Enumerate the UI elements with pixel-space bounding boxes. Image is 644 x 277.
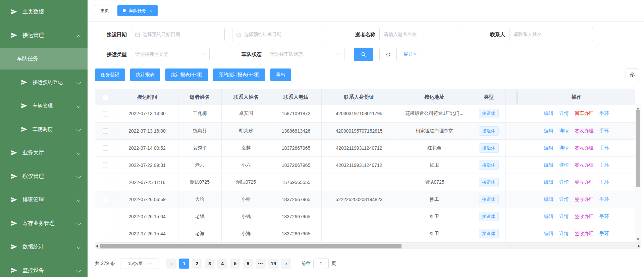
task-register-button[interactable]: 任务登记 xyxy=(95,68,125,81)
edit-link[interactable]: 编辑 xyxy=(544,196,553,202)
scroll-down-icon[interactable] xyxy=(637,238,639,240)
date-end-input[interactable]: 选择预约结束日期 xyxy=(232,28,326,41)
select-all-checkbox[interactable] xyxy=(103,95,108,100)
edit-link[interactable]: 编辑 xyxy=(544,110,553,116)
sign-off-link[interactable]: 签收办理 xyxy=(575,128,593,133)
scroll-left-icon[interactable] xyxy=(96,244,98,248)
page-button-6[interactable]: 6 xyxy=(243,259,253,269)
vertical-scrollbar-thumb[interactable] xyxy=(636,110,640,187)
sidebar-item-vehicle-dispatch[interactable]: 车辆调度 xyxy=(0,118,88,141)
row-checkbox[interactable] xyxy=(103,145,108,151)
sidebar-item-vehicle-mgmt[interactable]: 车辆管理 xyxy=(0,94,88,118)
search-button[interactable] xyxy=(354,48,373,61)
cell-time: 2022-07-22 09:31 xyxy=(116,156,178,174)
detail-link[interactable]: 详情 xyxy=(559,179,569,185)
refresh-button[interactable] xyxy=(379,48,397,61)
detail-link[interactable]: 详情 xyxy=(559,128,569,133)
sign-off-link[interactable]: 签收办理 xyxy=(575,145,593,150)
sign-off-link[interactable]: 签收办理 xyxy=(575,179,593,185)
sidebar-item-home-data[interactable]: 主页数据 xyxy=(0,0,88,24)
sidebar-item-storage-mgmt[interactable]: 寄存业务管理 xyxy=(0,212,88,235)
detail-link[interactable]: 详情 xyxy=(559,162,569,168)
horizontal-scrollbar-thumb[interactable] xyxy=(100,244,401,248)
wristband-link[interactable]: 手环 xyxy=(599,214,609,219)
page-size-select[interactable]: 15条/页 xyxy=(120,259,159,269)
wristband-link[interactable]: 手环 xyxy=(599,145,609,150)
edit-link[interactable]: 编辑 xyxy=(544,214,553,219)
booking-stats-report-shiyan-button[interactable]: 预约统计报表(十堰) xyxy=(213,68,265,81)
sidebar-item-business-hall[interactable]: 业务大厅 xyxy=(0,141,88,165)
vertical-scrollbar[interactable] xyxy=(635,105,641,242)
next-page-button[interactable]: › xyxy=(281,259,291,269)
detail-link[interactable]: 详情 xyxy=(559,196,569,202)
sidebar-item-shift-mgmt[interactable]: 排班管理 xyxy=(0,188,88,212)
edit-link[interactable]: 编辑 xyxy=(544,145,553,150)
sign-off-link[interactable]: 签收办理 xyxy=(575,196,593,202)
sign-off-link[interactable]: 签收办理 xyxy=(575,162,593,168)
row-checkbox[interactable] xyxy=(103,197,108,202)
sidebar-item-transport-mgmt[interactable]: 接运管理 xyxy=(0,24,88,47)
prev-page-button[interactable]: ‹ xyxy=(166,259,176,269)
edit-link[interactable]: 编辑 xyxy=(544,128,553,133)
page-button-5[interactable]: 5 xyxy=(230,259,240,269)
cell-address: 红花会 xyxy=(397,139,472,156)
detail-link[interactable]: 详情 xyxy=(559,110,569,116)
row-checkbox[interactable] xyxy=(103,128,108,134)
row-checkbox[interactable] xyxy=(103,163,108,168)
deceased-name-input[interactable]: 请输入逝者名称 xyxy=(379,28,459,41)
detail-link[interactable]: 详情 xyxy=(559,145,569,150)
transport-type-select[interactable]: 请选择接运类型 xyxy=(131,48,210,61)
tab-fleet-tasks[interactable]: 车队任务 × xyxy=(117,5,158,16)
close-icon[interactable]: × xyxy=(150,8,152,13)
sidebar-item-data-statistics[interactable]: 数据统计 xyxy=(0,235,88,259)
row-checkbox[interactable] xyxy=(103,111,108,117)
sidebar-item-funeral-mgmt[interactable]: 殡仪管理 xyxy=(0,165,88,188)
sidebar-item-label: 车辆调度 xyxy=(33,126,53,133)
settings-button[interactable] xyxy=(626,68,639,81)
stats-report-button[interactable]: 统计报表 xyxy=(130,68,160,81)
edit-link[interactable]: 编辑 xyxy=(544,162,553,168)
wristband-link[interactable]: 手环 xyxy=(599,110,609,116)
page-button-2[interactable]: 2 xyxy=(192,259,202,269)
expand-label: 展开 xyxy=(404,51,413,57)
tab-home[interactable]: 主页 xyxy=(95,5,114,16)
sign-off-link[interactable]: 签收办理 xyxy=(575,231,593,236)
goto-page-input[interactable] xyxy=(313,259,329,269)
page-button-19[interactable]: 19 xyxy=(268,259,278,269)
stats-report-shiyan-button[interactable]: 统计报表(十堰) xyxy=(165,68,208,81)
col-header-deceased: 逝者姓名 xyxy=(178,89,221,105)
scroll-right-icon[interactable] xyxy=(638,244,640,248)
edit-link[interactable]: 编辑 xyxy=(544,231,553,236)
wristband-link[interactable]: 手环 xyxy=(599,162,609,168)
chevron-down-icon xyxy=(77,129,80,132)
export-button[interactable]: 导出 xyxy=(270,68,291,81)
detail-link[interactable]: 详情 xyxy=(559,214,569,219)
detail-link[interactable]: 详情 xyxy=(559,231,569,236)
edit-link[interactable]: 编辑 xyxy=(544,179,553,185)
fleet-status-select[interactable]: 请选择车队状态 xyxy=(266,48,344,61)
more-pages-button[interactable]: ••• xyxy=(256,259,266,269)
wristband-link[interactable]: 手环 xyxy=(599,179,609,185)
scroll-up-icon[interactable] xyxy=(637,107,639,109)
expand-link[interactable]: 展开 xyxy=(404,51,418,57)
deceased-name-label: 逝者名称 xyxy=(343,32,375,38)
date-start-input[interactable]: 选择预约开始日期 xyxy=(131,28,225,41)
cell-time: 2022-07-26 06:59 xyxy=(116,191,178,208)
sidebar-item-transport-booking[interactable]: 接运预约登记 xyxy=(0,71,88,94)
contact-name-input[interactable]: 请联系人姓名 xyxy=(509,28,593,41)
page-button-3[interactable]: 3 xyxy=(205,259,215,269)
sign-off-link[interactable]: 签收办理 xyxy=(575,214,593,219)
wristband-link[interactable]: 手环 xyxy=(599,196,609,202)
row-checkbox[interactable] xyxy=(103,231,108,236)
sidebar-item-monitoring-devices[interactable]: 监控设备 xyxy=(0,259,88,277)
sidebar-item-fleet-tasks[interactable]: 车队任务 xyxy=(0,48,88,70)
horizontal-scrollbar[interactable] xyxy=(95,243,641,249)
page-button-1[interactable]: 1 xyxy=(179,259,189,269)
cell-time: 2022-07-13 14:30 xyxy=(116,105,178,122)
return-vehicle-link[interactable]: 回车办理 xyxy=(575,110,593,116)
wristband-link[interactable]: 手环 xyxy=(599,231,609,236)
wristband-link[interactable]: 手环 xyxy=(599,128,609,133)
row-checkbox[interactable] xyxy=(103,214,108,219)
page-button-4[interactable]: 4 xyxy=(217,259,227,269)
row-checkbox[interactable] xyxy=(103,180,108,185)
